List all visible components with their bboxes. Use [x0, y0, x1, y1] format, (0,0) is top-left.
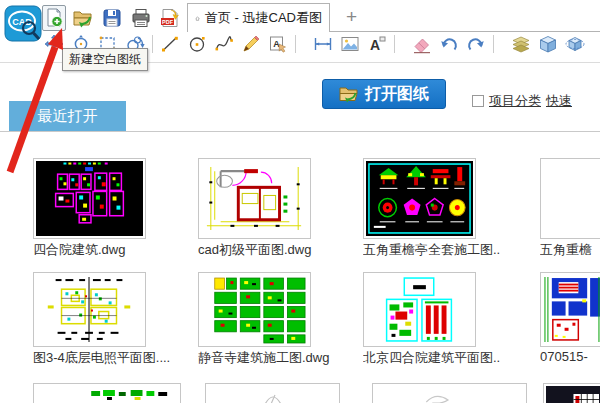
toolbar-file: PDF — [42, 4, 182, 31]
thumbnail-partial-2 — [208, 386, 337, 403]
project-category-link[interactable]: 项目分类 — [489, 92, 541, 110]
thumbnail-070515 — [543, 275, 600, 344]
tab-home[interactable]: 首页 - 迅捷CAD看图 — [187, 3, 330, 32]
pan-icon[interactable] — [44, 34, 64, 54]
save-button[interactable] — [100, 5, 124, 31]
file-thumbnail[interactable] — [540, 158, 600, 239]
open-drawing-folder-icon — [339, 85, 359, 103]
circle-tool-icon[interactable] — [187, 34, 207, 54]
file-thumbnail[interactable] — [372, 383, 527, 403]
file-name: 静音寺建筑施工图.dwg — [198, 349, 361, 366]
toolbar-separator — [394, 35, 395, 53]
file-name: cad初级平面图.dwg — [198, 241, 361, 258]
svg-text:A: A — [370, 37, 380, 53]
home-icon — [195, 11, 200, 26]
thumbnail-partial-3 — [375, 386, 524, 403]
line-tool-icon[interactable] — [160, 34, 180, 54]
spline-tool-icon[interactable] — [214, 34, 234, 54]
list-options: 项目分类 快速 — [472, 92, 572, 110]
thumbnail-beijing-siheyuan — [366, 275, 473, 344]
sketch-pencil-icon[interactable] — [241, 34, 261, 54]
file-name: 070515- — [540, 349, 600, 366]
thumbnail-partial-4 — [546, 386, 600, 403]
file-thumbnail[interactable] — [33, 158, 146, 239]
pdf-export-icon: PDF — [160, 8, 180, 28]
content-divider — [0, 131, 600, 132]
file-name: 图3-4底层电照平面图.... — [33, 349, 196, 366]
new-file-button[interactable] — [42, 5, 66, 31]
project-category-checkbox[interactable] — [472, 95, 484, 107]
insert-image-icon[interactable] — [340, 34, 360, 54]
quick-link[interactable]: 快速 — [546, 92, 572, 110]
print-button[interactable] — [129, 5, 153, 31]
thumbnail-floorplan — [201, 161, 308, 236]
open-drawing-label: 打开图纸 — [365, 84, 429, 105]
open-file-button[interactable] — [71, 5, 95, 31]
tab-home-title: 首页 - 迅捷CAD看图 — [205, 9, 322, 27]
file-thumbnail[interactable] — [33, 272, 146, 347]
tooltip: 新建空白图纸 — [62, 48, 148, 71]
app-logo[interactable]: CAD — [4, 5, 42, 43]
toolbar-separator — [493, 35, 494, 53]
file-thumbnail[interactable] — [205, 383, 340, 403]
box-3d-icon[interactable] — [538, 34, 558, 54]
thumbnail-empty — [543, 161, 600, 236]
thumbnail-pavilion — [366, 161, 473, 236]
thumbnail-siheyuan — [36, 161, 143, 236]
save-icon — [102, 8, 122, 28]
file-thumbnail[interactable] — [198, 158, 311, 239]
layers-icon[interactable] — [511, 34, 531, 54]
file-name: 北京四合院建筑平面图.. — [363, 349, 526, 366]
open-folder-icon — [73, 8, 93, 28]
file-thumbnail[interactable] — [540, 272, 600, 347]
file-name: 五角重檐 — [540, 241, 600, 258]
pdf-export-button[interactable]: PDF — [158, 5, 182, 31]
file-name: 五角重檐亭全套施工图.. — [363, 241, 526, 258]
open-drawing-button[interactable]: 打开图纸 — [322, 79, 446, 109]
thumbnail-partial-1 — [36, 386, 178, 403]
toolbar-separator — [152, 35, 153, 53]
file-thumbnail[interactable] — [363, 158, 476, 239]
file-thumbnail[interactable] — [198, 272, 311, 347]
new-file-icon — [44, 8, 64, 28]
print-icon — [131, 8, 151, 28]
toolbar-separator — [295, 35, 296, 53]
eraser-icon[interactable] — [412, 34, 432, 54]
file-thumbnail[interactable] — [363, 272, 476, 347]
orbit-3d-icon[interactable] — [565, 34, 585, 54]
redo-icon[interactable] — [466, 34, 486, 54]
file-thumbnail[interactable] — [33, 383, 181, 403]
cad-logo-icon: CAD — [4, 5, 42, 43]
text-annotate-icon[interactable]: A — [268, 34, 288, 54]
file-name: 四合院建筑.dwg — [33, 241, 196, 258]
dimension-icon[interactable] — [313, 34, 333, 54]
thumbnail-temple-green — [201, 275, 308, 344]
text-tool-icon[interactable]: A — [367, 34, 387, 54]
tab-recent-open[interactable]: 最近打开 — [9, 101, 126, 131]
file-thumbnail[interactable] — [543, 383, 600, 403]
new-tab-button[interactable]: + — [342, 4, 361, 30]
thumbnail-electric-plan — [36, 275, 143, 344]
undo-icon[interactable] — [439, 34, 459, 54]
svg-text:PDF: PDF — [162, 18, 174, 24]
